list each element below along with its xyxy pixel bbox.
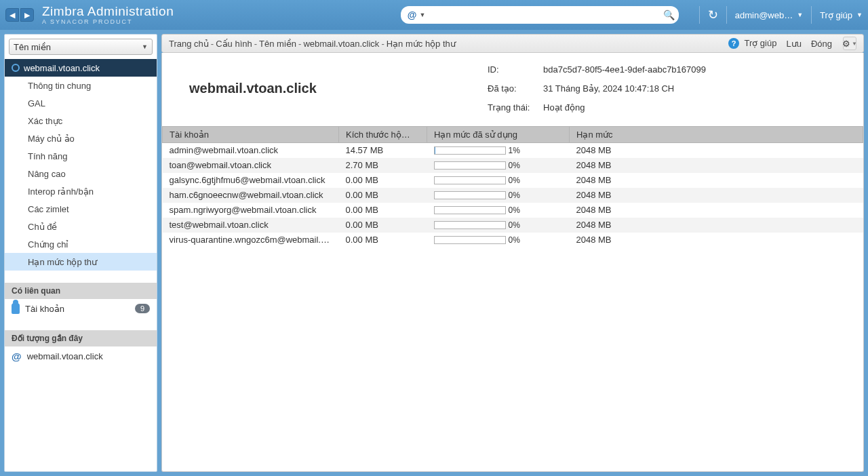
sidebar-item[interactable]: Chủ đề: [5, 218, 157, 235]
app-body: Tên miền ▼ webmail.vtoan.click Thông tin…: [0, 30, 868, 476]
cell-account: spam.ngriwyorg@webmail.vtoan.click: [163, 203, 339, 218]
quota-percent: 1%: [509, 146, 520, 155]
col-header-size[interactable]: Kích thước hộ…: [339, 127, 427, 143]
sidebar-item[interactable]: Xác thực: [5, 112, 157, 130]
sidebar-item[interactable]: Nâng cao: [5, 165, 157, 182]
sidebar-item[interactable]: Tính năng: [5, 147, 157, 165]
divider: [726, 6, 727, 24]
close-button[interactable]: Đóng: [811, 39, 832, 49]
breadcrumb-item[interactable]: Trang chủ: [169, 39, 209, 49]
cell-used: 0%: [427, 188, 570, 203]
table-row[interactable]: toan@webmail.vtoan.click2.70 MB0%2048 MB: [163, 158, 863, 173]
breadcrumb-item[interactable]: Cấu hình: [216, 39, 252, 49]
forward-button[interactable]: ▶: [20, 8, 34, 22]
meta-id-value: bda7c5d7-80f5-4ee1-9def-aabc7b167099: [543, 64, 706, 75]
brand: Zimbra Administration A SYNACOR PRODUCT: [42, 5, 174, 26]
back-button[interactable]: ◀: [5, 8, 19, 22]
search-input[interactable]: [429, 10, 663, 20]
crumb-toolbar: Trang chủ-Cấu hình-Tên miền-webmail.vtoa…: [161, 34, 864, 53]
cell-size: 14.57 MB: [339, 143, 427, 158]
nav-arrows: ◀ ▶: [5, 8, 34, 22]
help-menu[interactable]: Trợ giúp ▼: [820, 10, 863, 20]
cell-quota: 2048 MB: [570, 143, 863, 158]
cell-quota: 2048 MB: [570, 173, 863, 188]
content: webmail.vtoan.click ID: bda7c5d7-80f5-4e…: [161, 53, 864, 472]
quota-percent: 0%: [509, 176, 520, 185]
cell-account: virus-quarantine.wngozc6m@webmail.vtoan…: [163, 233, 339, 247]
quota-percent: 0%: [509, 205, 520, 215]
breadcrumb: Trang chủ-Cấu hình-Tên miền-webmail.vtoa…: [169, 39, 456, 49]
main: Trang chủ-Cấu hình-Tên miền-webmail.vtoa…: [161, 34, 864, 472]
chevron-down-icon: ▼: [797, 12, 803, 18]
sidebar-section-recent: Đối tượng gần đây: [5, 330, 157, 346]
quota-progress: [434, 191, 506, 199]
quota-progress: [434, 161, 506, 170]
sidebar-item[interactable]: GAL: [5, 94, 157, 112]
quota-percent: 0%: [509, 191, 520, 200]
quota-progress: [434, 221, 506, 229]
gear-menu[interactable]: ⚙ ▼: [843, 37, 856, 50]
col-header-used[interactable]: Hạn mức đã sử dụng: [427, 127, 570, 143]
cell-quota: 2048 MB: [570, 158, 863, 173]
breadcrumb-item[interactable]: webmail.vtoan.click: [303, 39, 379, 49]
searchbox[interactable]: @ ▼ 🔍: [401, 6, 679, 24]
sidebar-item[interactable]: Thông tin chung: [5, 77, 157, 94]
sidebar-domain-item[interactable]: webmail.vtoan.click: [5, 59, 157, 77]
breadcrumb-sep: -: [381, 39, 384, 49]
cell-quota: 2048 MB: [570, 218, 863, 233]
sidebar-recent-item[interactable]: @ webmail.vtoan.click: [5, 346, 157, 366]
sidebar-item[interactable]: Các zimlet: [5, 200, 157, 218]
cell-account: galsync.6gtjhfmu6@webmail.vtoan.click: [163, 173, 339, 188]
toolbar-actions: ? Trợ giúp Lưu Đóng ⚙ ▼: [728, 37, 856, 50]
search-icon[interactable]: 🔍: [663, 9, 675, 20]
cell-used: 0%: [427, 173, 570, 188]
user-menu[interactable]: admin@web… ▼: [735, 10, 803, 20]
save-button[interactable]: Lưu: [786, 39, 801, 49]
sidebar-item[interactable]: Chứng chỉ: [5, 235, 157, 253]
help-icon: ?: [728, 38, 739, 49]
cell-size: 0.00 MB: [339, 188, 427, 203]
meta-status-label: Trạng thái:: [488, 102, 543, 113]
user-icon: [12, 303, 20, 314]
meta-created-label: Đã tạo:: [488, 83, 543, 94]
help-button[interactable]: ? Trợ giúp: [728, 38, 776, 49]
table-row[interactable]: virus-quarantine.wngozc6m@webmail.vtoan……: [163, 233, 863, 247]
sidebar-related-accounts[interactable]: Tài khoản 9: [5, 299, 157, 318]
chevron-down-icon: ▼: [142, 43, 148, 50]
gear-icon: ⚙: [842, 39, 850, 49]
user-label: admin@web…: [735, 10, 793, 20]
sidebar-item[interactable]: Máy chủ ảo: [5, 130, 157, 147]
table-row[interactable]: test@webmail.vtoan.click0.00 MB0%2048 MB: [163, 218, 863, 233]
page-title: webmail.vtoan.click: [189, 81, 317, 96]
breadcrumb-item: Hạn mức hộp thư: [387, 39, 456, 49]
sidebar-scope-dropdown[interactable]: Tên miền ▼: [9, 39, 153, 55]
table-row[interactable]: spam.ngriwyorg@webmail.vtoan.click0.00 M…: [163, 203, 863, 218]
meta-created-value: 31 Tháng Bảy, 2024 10:47:18 CH: [543, 83, 674, 94]
sidebar-recent-label: webmail.vtoan.click: [27, 351, 103, 361]
search-scope-icon[interactable]: @: [408, 9, 417, 20]
breadcrumb-item[interactable]: Tên miền: [259, 39, 296, 49]
cell-quota: 2048 MB: [570, 203, 863, 218]
cell-account: toan@webmail.vtoan.click: [163, 158, 339, 173]
sidebar-item[interactable]: Interop rảnh/bận: [5, 182, 157, 200]
col-header-quota[interactable]: Hạn mức: [570, 127, 863, 143]
cell-size: 0.00 MB: [339, 173, 427, 188]
help-label: Trợ giúp: [820, 10, 852, 20]
table-row[interactable]: admin@webmail.vtoan.click14.57 MB1%2048 …: [163, 143, 863, 158]
brand-subtitle: A SYNACOR PRODUCT: [42, 19, 174, 26]
brand-title: Zimbra Administration: [42, 5, 174, 19]
mailbox-quota-table: Tài khoản Kích thước hộ… Hạn mức đã sử d…: [162, 126, 863, 247]
cell-size: 0.00 MB: [339, 233, 427, 247]
sidebar-related-label: Tài khoản: [25, 304, 64, 314]
cell-used: 0%: [427, 233, 570, 247]
table-row[interactable]: galsync.6gtjhfmu6@webmail.vtoan.click0.0…: [163, 173, 863, 188]
table-row[interactable]: ham.c6gnoeecnw@webmail.vtoan.click0.00 M…: [163, 188, 863, 203]
sidebar-section-related: Có liên quan: [5, 283, 157, 299]
chevron-down-icon: ▼: [852, 41, 857, 47]
sidebar-scope-label: Tên miền: [14, 42, 51, 52]
col-header-account[interactable]: Tài khoản: [163, 127, 339, 143]
sidebar-item[interactable]: Hạn mức hộp thư: [5, 253, 157, 271]
search-scope-caret[interactable]: ▼: [419, 12, 425, 18]
refresh-icon[interactable]: ↻: [708, 7, 718, 22]
quota-progress: [434, 146, 506, 155]
